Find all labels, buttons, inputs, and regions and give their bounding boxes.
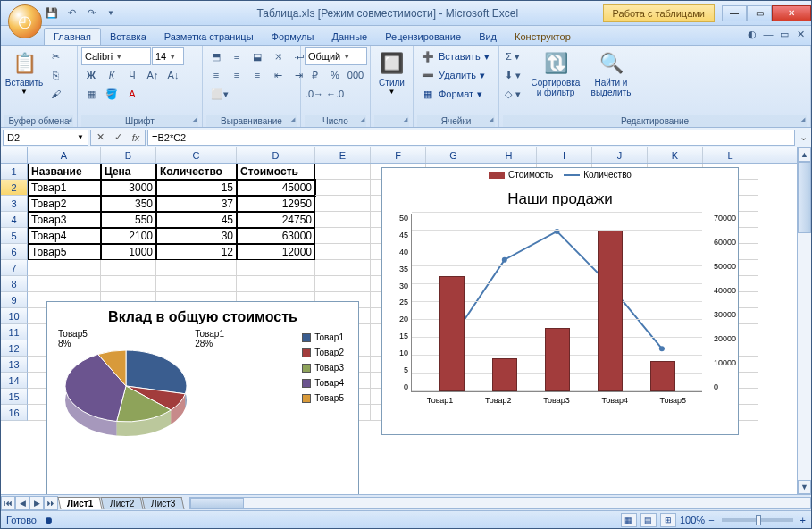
zoom-slider[interactable]: [722, 518, 793, 522]
redo-icon[interactable]: ↷: [83, 5, 99, 21]
column-header[interactable]: G: [426, 147, 481, 163]
last-sheet-button[interactable]: ⏭: [44, 496, 58, 510]
macro-record-icon[interactable]: ⏺: [44, 515, 54, 525]
save-icon[interactable]: 💾: [44, 5, 60, 21]
chart-sales[interactable]: Стоимость Количество Наши продажи 051015…: [381, 167, 739, 435]
zoom-level[interactable]: 100%: [680, 515, 705, 525]
row-header[interactable]: 10: [1, 308, 28, 324]
cell[interactable]: 30: [156, 228, 237, 244]
font-name-combo[interactable]: Calibri▼: [81, 47, 151, 65]
cell[interactable]: [315, 276, 371, 292]
ribbon-tab[interactable]: Данные: [322, 29, 376, 45]
align-center-icon[interactable]: ≡: [227, 66, 247, 84]
cell[interactable]: 550: [101, 212, 156, 228]
cell[interactable]: [28, 276, 101, 292]
zoom-out-button[interactable]: −: [708, 515, 714, 525]
page-break-view-button[interactable]: ⊞: [660, 513, 676, 527]
cell[interactable]: 15: [156, 180, 237, 196]
select-all-button[interactable]: [1, 147, 28, 163]
row-header[interactable]: 12: [1, 340, 28, 357]
page-layout-view-button[interactable]: ▤: [640, 513, 657, 527]
expand-formula-bar-icon[interactable]: ⌄: [795, 131, 811, 143]
cell[interactable]: Товар1: [28, 180, 101, 196]
row-header[interactable]: 9: [1, 292, 28, 308]
cell[interactable]: 2100: [101, 228, 156, 244]
font-size-combo[interactable]: 14▼: [152, 47, 184, 65]
bold-button[interactable]: Ж: [81, 66, 101, 84]
column-header[interactable]: J: [592, 147, 648, 163]
row-header[interactable]: 7: [1, 260, 28, 276]
office-button[interactable]: ◴: [8, 4, 42, 38]
next-sheet-button[interactable]: ▶: [29, 496, 44, 510]
cell[interactable]: [156, 260, 237, 276]
sheet-tab[interactable]: Лист1: [58, 497, 103, 509]
font-color-icon[interactable]: A: [122, 85, 142, 103]
close-button[interactable]: ✕: [772, 5, 811, 21]
align-middle-icon[interactable]: ≡: [227, 47, 247, 65]
vertical-scrollbar[interactable]: ▲ ▼: [797, 147, 811, 494]
row-header[interactable]: 14: [1, 373, 28, 389]
cell[interactable]: 12950: [237, 196, 315, 212]
currency-icon[interactable]: ₽: [305, 66, 324, 84]
cell[interactable]: [101, 260, 156, 276]
doc-minimize-button[interactable]: —: [761, 28, 775, 40]
column-header[interactable]: D: [237, 147, 315, 163]
cell[interactable]: [237, 276, 315, 292]
cell[interactable]: Цена: [101, 164, 156, 180]
comma-icon[interactable]: 000: [346, 66, 365, 84]
column-header[interactable]: H: [481, 147, 537, 163]
sort-filter-button[interactable]: 🔃 Сортировка и фильтр: [528, 47, 583, 99]
prev-sheet-button[interactable]: ◀: [15, 496, 29, 510]
cell[interactable]: 12: [156, 244, 237, 260]
copy-icon[interactable]: ⎘: [46, 66, 65, 84]
first-sheet-button[interactable]: ⏮: [1, 496, 15, 510]
cell[interactable]: [315, 180, 371, 196]
shrink-font-icon[interactable]: A↓: [163, 66, 183, 84]
delete-cells-button[interactable]: ➖Удалить ▾: [417, 66, 489, 84]
ribbon-tab[interactable]: Рецензирование: [376, 29, 470, 45]
cell[interactable]: Товар2: [28, 196, 101, 212]
cell[interactable]: 37: [156, 196, 237, 212]
column-header[interactable]: C: [156, 147, 237, 163]
cell[interactable]: 1000: [101, 244, 156, 260]
enter-formula-icon[interactable]: ✓: [109, 130, 127, 145]
column-header[interactable]: K: [648, 147, 703, 163]
formula-input[interactable]: =B2*C2: [147, 130, 795, 146]
cell[interactable]: Товар3: [28, 212, 101, 228]
italic-button[interactable]: К: [102, 66, 121, 84]
format-cells-button[interactable]: ▦Формат ▾: [417, 85, 486, 103]
column-header[interactable]: A: [28, 147, 101, 163]
autosum-icon[interactable]: Σ ▾: [503, 47, 523, 65]
row-header[interactable]: 2: [1, 180, 28, 196]
cell[interactable]: 3000: [101, 180, 156, 196]
normal-view-button[interactable]: ▦: [621, 513, 637, 527]
ribbon-tab[interactable]: Вставка: [101, 29, 155, 45]
cell[interactable]: Название: [28, 164, 101, 180]
row-header[interactable]: 16: [1, 405, 28, 421]
cell[interactable]: 350: [101, 196, 156, 212]
cell[interactable]: [315, 244, 371, 260]
chart-pie[interactable]: Вклад в общую стоимость Товар58% Товар12…: [46, 301, 359, 494]
ribbon-tab[interactable]: Формулы: [263, 29, 323, 45]
cell[interactable]: [315, 228, 371, 244]
horizontal-scrollbar[interactable]: [189, 497, 811, 509]
fx-icon[interactable]: fx: [127, 130, 145, 145]
row-header[interactable]: 4: [1, 212, 28, 228]
column-header[interactable]: F: [371, 147, 426, 163]
row-header[interactable]: 1: [1, 164, 28, 180]
insert-cells-button[interactable]: ➕Вставить ▾: [417, 47, 493, 65]
align-top-icon[interactable]: ⬒: [206, 47, 226, 65]
zoom-in-button[interactable]: +: [800, 515, 806, 525]
underline-button[interactable]: Ч: [122, 66, 142, 84]
number-format-combo[interactable]: Общий▼: [305, 47, 367, 65]
cell[interactable]: 24750: [237, 212, 315, 228]
increase-decimal-icon[interactable]: .0→: [305, 85, 324, 103]
sheet-tab[interactable]: Лист3: [142, 497, 185, 509]
row-header[interactable]: 13: [1, 357, 28, 373]
cell[interactable]: Товар5: [28, 244, 101, 260]
align-bottom-icon[interactable]: ⬓: [247, 47, 267, 65]
row-header[interactable]: 11: [1, 324, 28, 340]
decrease-indent-icon[interactable]: ⇤: [268, 66, 288, 84]
cell[interactable]: 45000: [237, 180, 315, 196]
cell[interactable]: 12000: [237, 244, 315, 260]
